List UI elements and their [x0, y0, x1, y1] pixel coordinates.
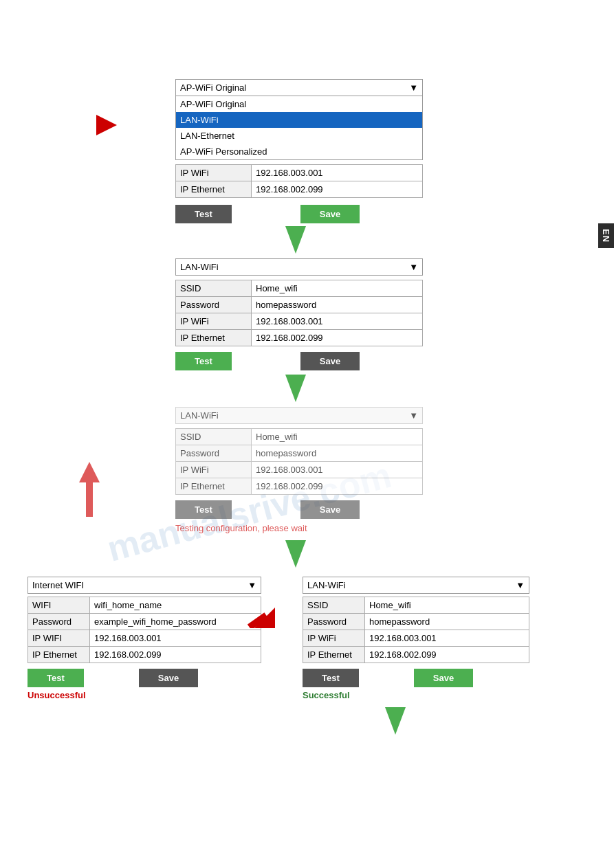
bottom-left-dropdown-value: Internet WIFI	[32, 580, 248, 590]
option-lan-wifi[interactable]: LAN-WiFi	[176, 112, 422, 128]
label-ip-ethernet: IP Ethernet	[28, 647, 90, 663]
label-ssid: SSID	[176, 280, 252, 297]
value-ip-ethernet: 192.168.002.099	[365, 647, 529, 663]
arrow-down-3	[285, 540, 614, 570]
section2-fields: SSID Password IP WiFi 192.168.003.001 IP…	[175, 280, 423, 346]
value-ip-ethernet: 192.168.002.099	[90, 647, 261, 663]
arrow-down-1	[285, 226, 614, 256]
bottom-left-save-button[interactable]: Save	[139, 669, 198, 687]
value-password: homepassword	[252, 445, 423, 462]
label-ip-wifi: IP WiFi	[176, 313, 252, 330]
svg-marker-3	[285, 375, 306, 402]
value-ip-wifi: 192.168.003.001	[252, 165, 423, 181]
bottom-right-dropdown-value: LAN-WiFi	[307, 580, 516, 590]
section2-dropdown[interactable]: LAN-WiFi ▼	[175, 258, 423, 276]
value-wifi[interactable]	[90, 597, 261, 614]
section1-dropdown-container: AP-WiFi Original ▼ AP-WiFi Original LAN-…	[175, 79, 437, 160]
bottom-left-panel: Internet WIFI ▼ WIFI Password IP WIFI 19…	[28, 577, 268, 737]
section1-dropdown-bar[interactable]: AP-WiFi Original ▼	[175, 79, 423, 96]
table-row: Password homepassword	[303, 614, 529, 630]
bottom-right-save-button[interactable]: Save	[414, 669, 473, 687]
section1-dropdown-options: AP-WiFi Original LAN-WiFi LAN-Ethernet A…	[175, 96, 423, 160]
svg-rect-1	[96, 122, 110, 129]
section3-dropdown[interactable]: LAN-WiFi ▼	[175, 407, 423, 424]
value-ip-wifi: 192.168.003.001	[365, 630, 529, 647]
label-wifi: WIFI	[28, 597, 90, 614]
value-ip-ethernet: 192.168.002.099	[252, 330, 423, 346]
value-ip-ethernet: 192.168.002.099	[252, 478, 423, 495]
value-ssid: Home_wifi	[252, 429, 423, 445]
section3-save-button[interactable]: Save	[300, 500, 360, 519]
table-row: Password homepassword	[176, 445, 423, 462]
table-row: IP WiFi 192.168.003.001	[176, 313, 423, 330]
section3-status: Testing configuration, please wait	[175, 523, 437, 533]
section2-buttons: Test Save	[175, 352, 437, 370]
section1-test-button[interactable]: Test	[175, 205, 232, 223]
bottom-left-test-button[interactable]: Test	[28, 669, 84, 687]
value-ssid[interactable]	[252, 280, 423, 297]
label-ip-wifi: IP WiFi	[176, 165, 252, 181]
bottom-right-fields: SSID Home_wifi Password homepassword IP …	[303, 597, 529, 663]
bottom-red-arrow	[248, 604, 275, 630]
label-password: Password	[176, 297, 252, 313]
section3: LAN-WiFi ▼ SSID Home_wifi Password homep…	[175, 407, 437, 533]
section3-fields: SSID Home_wifi Password homepassword IP …	[175, 428, 423, 495]
label-ip-ethernet: IP Ethernet	[176, 330, 252, 346]
en-language-tab[interactable]: EN	[598, 223, 614, 248]
bottom-left-password-input[interactable]	[94, 616, 256, 627]
bottom-section: Internet WIFI ▼ WIFI Password IP WIFI 19…	[28, 577, 614, 737]
section3-test-button[interactable]: Test	[175, 500, 232, 519]
svg-marker-4	[79, 462, 100, 482]
section2-test-button[interactable]: Test	[175, 352, 232, 370]
table-row: WIFI	[28, 597, 261, 614]
option-ap-wifi-personalized[interactable]: AP-WiFi Personalized	[176, 144, 422, 159]
bottom-right-buttons: Test Save	[303, 669, 536, 687]
value-ip-wifi: 192.168.003.001	[252, 313, 423, 330]
value-ssid: Home_wifi	[365, 597, 529, 614]
table-row: Password	[176, 297, 423, 313]
section1-dropdown-value: AP-WiFi Original	[180, 82, 409, 93]
svg-marker-9	[385, 707, 406, 735]
section2-dropdown-value: LAN-WiFi	[180, 262, 409, 272]
label-ip-wifi: IP WiFi	[176, 462, 252, 478]
section1-red-arrow	[96, 115, 131, 137]
section2: LAN-WiFi ▼ SSID Password IP WiFi 192.168…	[175, 258, 437, 370]
option-lan-ethernet[interactable]: LAN-Ethernet	[176, 128, 422, 144]
ssid-input[interactable]	[256, 283, 418, 293]
table-row: Password	[28, 614, 261, 630]
section3-red-up-arrow	[79, 462, 100, 519]
svg-marker-6	[285, 540, 306, 568]
table-row: IP Ethernet 192.168.002.099	[176, 330, 423, 346]
table-row: IP Ethernet 192.168.002.099	[176, 181, 423, 198]
arrow-down-2	[285, 375, 614, 404]
wifi-input[interactable]	[94, 600, 256, 610]
label-ip-wifi: IP WiFi	[303, 630, 365, 647]
bottom-left-fields: WIFI Password IP WIFI 192.168.003.001 IP…	[28, 597, 261, 663]
bottom-left-status: Unsuccessful	[28, 690, 268, 700]
value-password[interactable]	[90, 614, 261, 630]
bottom-right-dropdown[interactable]: LAN-WiFi ▼	[303, 577, 529, 594]
chevron-down-icon: ▼	[409, 410, 418, 421]
password-input[interactable]	[256, 300, 418, 310]
table-row: IP WIFI 192.168.003.001	[28, 630, 261, 647]
value-password[interactable]	[252, 297, 423, 313]
label-ip-wifi: IP WIFI	[28, 630, 90, 647]
label-ip-ethernet: IP Ethernet	[176, 478, 252, 495]
section1-buttons: Test Save	[175, 205, 437, 223]
label-ip-ethernet: IP Ethernet	[303, 647, 365, 663]
section1-save-button[interactable]: Save	[300, 205, 360, 223]
svg-rect-5	[86, 482, 93, 517]
label-ssid: SSID	[176, 429, 252, 445]
section3-dropdown-value: LAN-WiFi	[180, 410, 409, 421]
table-row: IP WiFi 192.168.003.001	[176, 165, 423, 181]
table-row: SSID Home_wifi	[303, 597, 529, 614]
chevron-down-icon: ▼	[248, 580, 256, 590]
svg-marker-2	[285, 226, 306, 254]
option-ap-wifi-original[interactable]: AP-WiFi Original	[176, 96, 422, 112]
chevron-down-icon: ▼	[409, 82, 418, 93]
bottom-right-test-button[interactable]: Test	[303, 669, 359, 687]
section2-save-button[interactable]: Save	[300, 352, 360, 370]
bottom-left-dropdown[interactable]: Internet WIFI ▼	[28, 577, 261, 594]
value-password: homepassword	[365, 614, 529, 630]
label-ip-ethernet: IP Ethernet	[176, 181, 252, 198]
